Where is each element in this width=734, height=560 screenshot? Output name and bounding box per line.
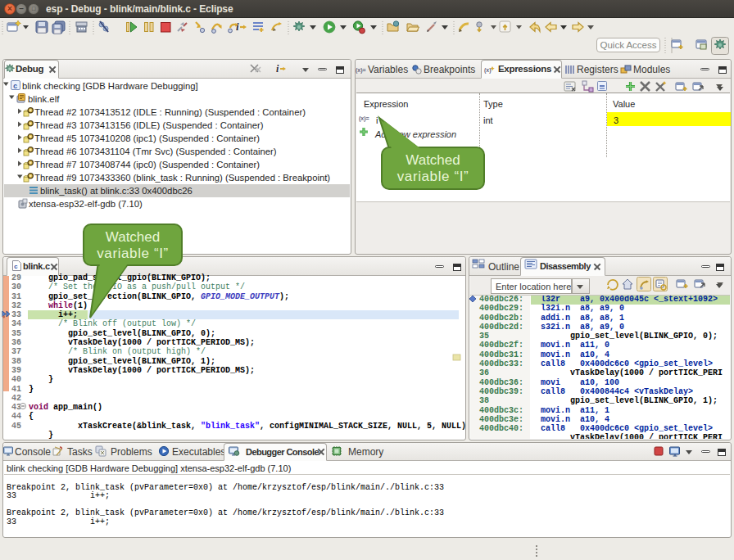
svg-text:i: i <box>236 20 239 33</box>
